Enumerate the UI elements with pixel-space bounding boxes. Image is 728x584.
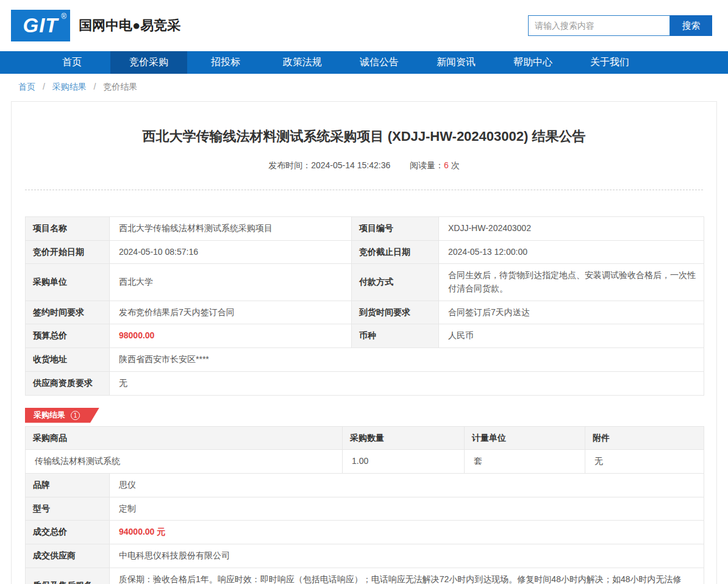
procurement-result-badge-label: 采购结果 <box>34 410 65 421</box>
table-row: 质保及售后服务 质保期：验收合格后1年。响应时效：即时响应（包括电话响应）；电话… <box>26 568 704 584</box>
payment-value: 合同生效后，待货物到达指定地点、安装调试验收合格后，一次性付清合同货款。 <box>439 264 704 301</box>
result-product-table: 采购商品 采购数量 计量单位 附件 传输线法材料测试系统 1.00 套 无 <box>25 426 704 474</box>
notice-meta: 发布时间：2024-05-14 15:42:36 阅读量：6 次 <box>25 160 703 171</box>
project-code-label: 项目编号 <box>352 217 439 241</box>
nav-item-tenders[interactable]: 招投标 <box>187 51 264 74</box>
view-count-value: 6 <box>444 160 449 170</box>
unit-column-header: 计量单位 <box>465 426 585 450</box>
delivery-time-label: 到货时间要求 <box>352 301 439 324</box>
qualification-value: 无 <box>110 371 704 395</box>
address-label: 收货地址 <box>26 348 110 372</box>
buyer-label: 采购单位 <box>26 264 110 301</box>
attachment-cell: 无 <box>585 450 704 474</box>
table-row: 型号 定制 <box>26 497 704 521</box>
table-header-row: 采购商品 采购数量 计量单位 附件 <box>26 426 704 450</box>
bid-end-value: 2024-05-13 12:00:00 <box>439 240 704 264</box>
model-value: 定制 <box>110 497 704 521</box>
nav-item-integrity-notices[interactable]: 诚信公告 <box>341 51 418 74</box>
nav-item-news[interactable]: 新闻资讯 <box>418 51 494 74</box>
publish-time-label: 发布时间： <box>268 160 311 170</box>
sign-time-value: 发布竞价结果后7天内签订合同 <box>110 301 352 324</box>
breadcrumb: 首页 / 采购结果 / 竞价结果 <box>0 74 728 99</box>
breadcrumb-procurement-results[interactable]: 采购结果 <box>52 82 87 91</box>
table-row: 签约时间要求 发布竞价结果后7天内签订合同 到货时间要求 合同签订后7天内送达 <box>26 301 704 324</box>
table-row: 品牌 思仪 <box>26 473 704 497</box>
product-column-header: 采购商品 <box>26 426 343 450</box>
sign-time-label: 签约时间要求 <box>26 301 110 324</box>
dashed-divider <box>25 190 703 190</box>
view-count: 阅读量：6 次 <box>410 160 460 170</box>
git-logo[interactable]: GIT ® <box>11 10 70 41</box>
breadcrumb-current: 竞价结果 <box>103 82 137 91</box>
search-bar: 搜索 <box>528 15 712 36</box>
budget-label: 预算总价 <box>26 324 110 348</box>
result-count-badge: 1 <box>71 411 80 420</box>
procurement-result-badge: 采购结果 1 <box>25 408 99 423</box>
search-input[interactable] <box>528 15 670 36</box>
table-row: 传输线法材料测试系统 1.00 套 无 <box>26 450 704 474</box>
unit-cell: 套 <box>465 450 585 474</box>
quantity-column-header: 采购数量 <box>343 426 465 450</box>
result-detail-table: 品牌 思仪 型号 定制 成交总价 94000.00 元 成交供应商 中电科思仪科… <box>25 473 704 584</box>
registered-trademark-icon: ® <box>61 12 67 21</box>
table-row: 收货地址 陕西省西安市长安区**** <box>26 348 704 372</box>
bid-start-value: 2024-05-10 08:57:16 <box>110 240 352 264</box>
final-price-value: 94000.00 元 <box>110 521 704 544</box>
winning-supplier-value: 中电科思仪科技股份有限公司 <box>110 544 704 568</box>
currency-label: 币种 <box>352 324 439 348</box>
table-row: 预算总价 98000.00 币种 人民币 <box>26 324 704 348</box>
main-nav: 首页 竞价采购 招投标 政策法规 诚信公告 新闻资讯 帮助中心 关于我们 <box>0 51 728 74</box>
publish-time-value: 2024-05-14 15:42:36 <box>311 160 390 170</box>
brand-value: 思仪 <box>110 473 704 497</box>
address-value: 陕西省西安市长安区**** <box>110 348 704 372</box>
winning-supplier-label: 成交供应商 <box>26 544 110 568</box>
quantity-cell: 1.00 <box>343 450 465 474</box>
brand-label: 品牌 <box>26 473 110 497</box>
warranty-label: 质保及售后服务 <box>26 568 110 584</box>
product-name-cell: 传输线法材料测试系统 <box>26 450 343 474</box>
nav-item-about-us[interactable]: 关于我们 <box>571 51 648 74</box>
final-price-label: 成交总价 <box>26 521 110 544</box>
nav-item-policies[interactable]: 政策法规 <box>264 51 341 74</box>
top-header: GIT ® 国网中电●易竞采 搜索 <box>0 0 728 51</box>
bid-start-label: 竞价开始日期 <box>26 240 110 264</box>
breadcrumb-home[interactable]: 首页 <box>18 82 35 91</box>
budget-value: 98000.00 <box>110 324 352 348</box>
search-button[interactable]: 搜索 <box>670 15 712 36</box>
project-info-table: 项目名称 西北大学传输线法材料测试系统采购项目 项目编号 XDJJ-HW-202… <box>25 216 704 396</box>
table-row: 供应商资质要求 无 <box>26 371 704 395</box>
breadcrumb-separator: / <box>43 82 45 91</box>
buyer-value: 西北大学 <box>110 264 352 301</box>
project-name-label: 项目名称 <box>26 217 110 241</box>
qualification-label: 供应商资质要求 <box>26 371 110 395</box>
publish-time: 发布时间：2024-05-14 15:42:36 <box>268 160 390 170</box>
view-count-unit: 次 <box>451 160 460 170</box>
table-row: 成交总价 94000.00 元 <box>26 521 704 544</box>
project-code-value: XDJJ-HW-202403002 <box>439 217 704 241</box>
notice-card: 西北大学传输线法材料测试系统采购项目 (XDJJ-HW-202403002) 结… <box>11 101 717 584</box>
attachment-column-header: 附件 <box>585 426 704 450</box>
page-title: 西北大学传输线法材料测试系统采购项目 (XDJJ-HW-202403002) 结… <box>25 102 703 146</box>
table-row: 竞价开始日期 2024-05-10 08:57:16 竞价截止日期 2024-0… <box>26 240 704 264</box>
currency-value: 人民币 <box>439 324 704 348</box>
logo-text: GIT <box>23 14 59 37</box>
table-row: 成交供应商 中电科思仪科技股份有限公司 <box>26 544 704 568</box>
payment-label: 付款方式 <box>352 264 439 301</box>
table-row: 项目名称 西北大学传输线法材料测试系统采购项目 项目编号 XDJJ-HW-202… <box>26 217 704 241</box>
nav-item-bidding-procurement[interactable]: 竞价采购 <box>110 51 187 74</box>
warranty-value: 质保期：验收合格后1年。响应时效：即时响应（包括电话响应）；电话响应无法解决72… <box>110 568 704 584</box>
nav-item-help-center[interactable]: 帮助中心 <box>494 51 571 74</box>
delivery-time-value: 合同签订后7天内送达 <box>439 301 704 324</box>
table-row: 采购单位 西北大学 付款方式 合同生效后，待货物到达指定地点、安装调试验收合格后… <box>26 264 704 301</box>
nav-item-home[interactable]: 首页 <box>34 51 110 74</box>
view-count-label: 阅读量： <box>410 160 444 170</box>
model-label: 型号 <box>26 497 110 521</box>
breadcrumb-separator: / <box>94 82 96 91</box>
project-name-value: 西北大学传输线法材料测试系统采购项目 <box>110 217 352 241</box>
site-name: 国网中电●易竞采 <box>79 16 528 35</box>
bid-end-label: 竞价截止日期 <box>352 240 439 264</box>
